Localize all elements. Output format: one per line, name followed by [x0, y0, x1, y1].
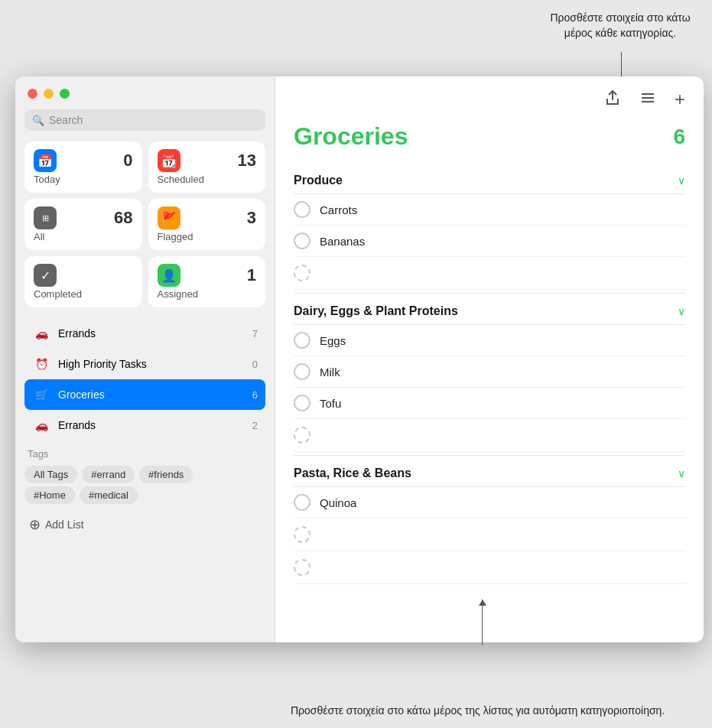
today-count: 0 — [123, 151, 132, 171]
smart-card-completed[interactable]: ✓ Completed — [24, 256, 142, 307]
list-item-errands1[interactable]: 🚗 Errands 7 — [24, 318, 265, 349]
groceries-label: Groceries — [58, 388, 245, 401]
smart-lists-grid: 📅 0 Today 📆 13 Scheduled ⊞ 68 — [24, 141, 265, 307]
errands1-count: 7 — [252, 328, 258, 340]
scheduled-count: 13 — [238, 151, 256, 171]
all-count: 68 — [114, 208, 132, 228]
list-options-button[interactable] — [636, 86, 659, 113]
list-title-row: Groceries 6 — [294, 122, 685, 151]
list-count-badge: 6 — [673, 125, 685, 149]
tag-all-tags[interactable]: All Tags — [24, 466, 77, 483]
add-list-icon: ⊕ — [29, 516, 41, 533]
search-icon: 🔍 — [32, 115, 44, 126]
groceries-icon: 🛒 — [32, 385, 50, 404]
completed-label: Completed — [34, 288, 133, 300]
smart-card-today[interactable]: 📅 0 Today — [24, 141, 142, 193]
task-eggs: Eggs — [294, 325, 685, 356]
smart-card-all[interactable]: ⊞ 68 All — [24, 199, 142, 250]
category-pasta-title: Pasta, Rice & Beans — [294, 466, 411, 480]
pasta-add-row-2[interactable] — [294, 551, 685, 584]
assigned-icon: 👤 — [158, 264, 180, 287]
groceries-count: 6 — [252, 389, 258, 401]
list-title: Groceries — [294, 122, 408, 151]
category-dairy-header[interactable]: Dairy, Eggs & Plant Proteins ∨ — [294, 297, 685, 325]
flagged-count: 3 — [247, 208, 256, 228]
highpriority-icon: ⏰ — [32, 355, 50, 373]
task-bananas-circle[interactable] — [294, 232, 310, 249]
titlebar — [24, 89, 265, 99]
task-milk-circle[interactable] — [294, 363, 310, 380]
category-pasta-header[interactable]: Pasta, Rice & Beans ∨ — [294, 459, 685, 487]
tags-section: Tags All Tags #errand #friends #Home #me… — [24, 448, 265, 504]
category-produce-title: Produce — [294, 174, 343, 187]
task-quinoa: Quinoa — [294, 487, 685, 518]
assigned-label: Assigned — [158, 288, 257, 300]
tag-errand[interactable]: #errand — [82, 466, 135, 483]
task-tofu-label: Tofu — [320, 397, 341, 410]
section-divider-2 — [294, 455, 685, 456]
flagged-icon: 🚩 — [158, 206, 180, 229]
task-tofu-circle[interactable] — [294, 395, 310, 411]
pasta-add-circle-2 — [294, 559, 310, 576]
task-milk-label: Milk — [320, 366, 340, 379]
tag-medical[interactable]: #medical — [80, 486, 138, 504]
all-icon: ⊞ — [34, 206, 57, 229]
search-bar[interactable]: 🔍 Search — [24, 109, 265, 131]
dairy-add-row[interactable] — [294, 419, 685, 452]
main-content: + Groceries 6 Produce ∨ Carro — [275, 76, 704, 642]
errands2-icon: 🚗 — [32, 416, 50, 434]
produce-chevron-icon: ∨ — [678, 174, 685, 187]
all-label: All — [34, 231, 133, 242]
arrow-bottom-indicator — [482, 600, 483, 645]
dairy-add-circle — [294, 427, 310, 444]
category-produce: Produce ∨ Carrots Bananas — [294, 166, 685, 290]
add-task-button[interactable]: + — [671, 86, 688, 113]
section-divider-1 — [294, 293, 685, 294]
task-bananas: Bananas — [294, 226, 685, 257]
flagged-label: Flagged — [158, 231, 257, 242]
list-item-errands2[interactable]: 🚗 Errands 2 — [24, 410, 265, 440]
category-produce-header[interactable]: Produce ∨ — [294, 166, 685, 194]
app-window: 🔍 Search 📅 0 Today 📆 13 Sche — [15, 76, 704, 642]
share-button[interactable] — [601, 86, 624, 113]
today-icon: 📅 — [34, 149, 57, 172]
pasta-add-row-1[interactable] — [294, 518, 685, 551]
close-button[interactable] — [28, 89, 37, 99]
task-eggs-label: Eggs — [320, 334, 346, 347]
maximize-button[interactable] — [60, 89, 70, 99]
main-body: Groceries 6 Produce ∨ Carrots Ban — [275, 122, 704, 642]
add-list-button[interactable]: ⊕ Add List — [24, 513, 265, 536]
highpriority-count: 0 — [252, 359, 258, 370]
annotation-top: Προσθέστε στοιχεία στο κάτω μέρος κάθε κ… — [536, 11, 704, 41]
category-pasta: Pasta, Rice & Beans ∨ Quinoa — [294, 459, 685, 584]
user-lists: 🚗 Errands 7 ⏰ High Priority Tasks 0 🛒 Gr… — [24, 318, 265, 630]
task-eggs-circle[interactable] — [294, 332, 310, 349]
list-item-highpriority[interactable]: ⏰ High Priority Tasks 0 — [24, 349, 265, 379]
task-carrots-label: Carrots — [320, 203, 357, 216]
task-carrots-circle[interactable] — [294, 201, 310, 218]
category-dairy: Dairy, Eggs & Plant Proteins ∨ Eggs Milk… — [294, 297, 685, 452]
scheduled-label: Scheduled — [158, 174, 257, 185]
tags-row: All Tags #errand #friends — [24, 466, 265, 483]
pasta-add-circle-1 — [294, 526, 310, 543]
main-toolbar: + — [275, 76, 704, 122]
task-milk: Milk — [294, 356, 685, 388]
add-list-label: Add List — [45, 518, 84, 531]
task-quinoa-circle[interactable] — [294, 494, 310, 511]
produce-add-row[interactable] — [294, 257, 685, 290]
list-item-groceries[interactable]: 🛒 Groceries 6 — [24, 379, 265, 410]
smart-card-assigned[interactable]: 👤 1 Assigned — [148, 256, 266, 307]
pasta-chevron-icon: ∨ — [678, 467, 685, 479]
task-carrots: Carrots — [294, 194, 685, 226]
tag-friends[interactable]: #friends — [139, 466, 193, 483]
minimize-button[interactable] — [44, 89, 54, 99]
errands2-count: 2 — [252, 420, 258, 431]
produce-add-circle — [294, 265, 310, 281]
smart-card-flagged[interactable]: 🚩 3 Flagged — [148, 199, 266, 250]
highpriority-label: High Priority Tasks — [58, 358, 245, 370]
smart-card-scheduled[interactable]: 📆 13 Scheduled — [148, 141, 266, 193]
sidebar: 🔍 Search 📅 0 Today 📆 13 Sche — [15, 76, 275, 642]
scheduled-icon: 📆 — [158, 149, 180, 172]
search-placeholder: Search — [49, 114, 83, 126]
tag-home[interactable]: #Home — [24, 486, 75, 504]
